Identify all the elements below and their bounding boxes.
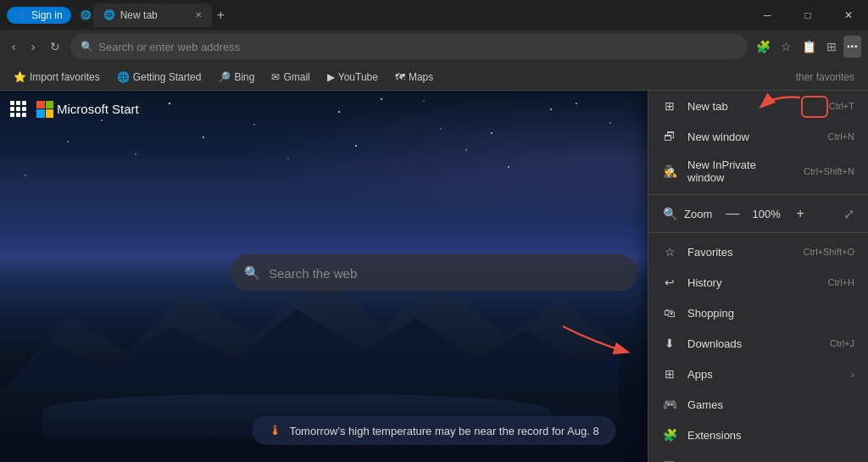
grid-dot (10, 113, 14, 117)
shopping-icon: 🛍 (662, 306, 677, 320)
url-box[interactable]: 🔍 Search or enter web address (70, 34, 747, 59)
zoom-icon: 🔍 (662, 207, 677, 220)
flag-green (46, 101, 54, 109)
tab-favicon: 🌐 (103, 9, 115, 20)
dropdown-menu: ⊞ New tab Ctrl+T 🗗 New window Ctrl+N 🕵 N… (648, 91, 868, 462)
menu-item-shopping[interactable]: 🛍 Shopping (648, 298, 868, 328)
menu-item-browser-essentials[interactable]: 🛡 Browser essentials (648, 450, 868, 462)
grid-dot (16, 107, 20, 111)
bookmark-getting-started[interactable]: 🌐 Getting Started (110, 69, 209, 86)
grid-dot (10, 101, 14, 105)
menu-divider-1 (648, 194, 868, 195)
maps-icon: 🗺 (395, 71, 405, 83)
back-button[interactable]: ‹ (7, 36, 21, 57)
ms-logo: Microsoft Start (36, 101, 139, 118)
games-icon: 🎮 (662, 398, 677, 411)
window-controls: ─ □ ✕ (748, 0, 868, 30)
thermometer-icon: 🌡 (269, 423, 282, 438)
menu-item-new-tab[interactable]: ⊞ New tab Ctrl+T (648, 91, 868, 121)
extensions-icon: 🧩 (662, 428, 677, 442)
svg-point-6 (491, 132, 492, 134)
menu-item-apps[interactable]: ⊞ Apps › (648, 359, 868, 389)
search-box: 🔍 Search the web (231, 254, 637, 292)
person-icon: 👤 (15, 9, 28, 21)
search-icon: 🔍 (244, 265, 260, 281)
menu-item-inprivate[interactable]: 🕵 New InPrivate window Ctrl+Shift+N (648, 152, 868, 191)
tab-new[interactable]: 🌐 New tab ✕ (93, 3, 212, 27)
zoom-expand-button[interactable]: ⤢ (843, 206, 854, 222)
more-options-button[interactable]: ··· (843, 36, 861, 58)
svg-point-17 (25, 175, 25, 175)
maximize-button[interactable]: □ (788, 0, 827, 30)
zoom-in-button[interactable]: + (790, 203, 810, 224)
flag-red (36, 101, 45, 109)
zoom-out-button[interactable]: — (722, 203, 743, 224)
sign-in-button[interactable]: 👤 Sign in (7, 7, 71, 24)
bookmark-maps[interactable]: 🗺 Maps (388, 69, 440, 86)
svg-point-10 (135, 153, 136, 155)
bookmark-youtube[interactable]: ▶ YouTube (320, 69, 385, 86)
svg-point-13 (355, 145, 357, 147)
extensions-button[interactable]: 🧩 (753, 36, 774, 57)
split-screen-button[interactable]: ⊞ (823, 36, 840, 57)
menu-item-downloads[interactable]: ⬇ Downloads Ctrl+J (648, 328, 868, 359)
flag-blue (36, 109, 45, 118)
grid-dot (22, 107, 26, 111)
svg-point-18 (381, 98, 382, 100)
apps-submenu-arrow: › (851, 368, 854, 381)
forward-button[interactable]: › (26, 36, 41, 57)
other-favorites-label: ther favorites (789, 71, 861, 83)
menu-item-new-window[interactable]: 🗗 New window Ctrl+N (648, 121, 868, 152)
collections-button[interactable]: 📋 (798, 36, 820, 57)
essentials-icon: 🛡 (662, 459, 677, 462)
svg-point-11 (203, 136, 204, 138)
menu-item-favorites[interactable]: ☆ Favorites Ctrl+Shift+O (648, 237, 868, 267)
close-window-button[interactable]: ✕ (829, 0, 868, 30)
youtube-icon: ▶ (327, 71, 335, 83)
flag-yellow (46, 109, 54, 118)
ms-flag-icon (36, 101, 53, 118)
refresh-button[interactable]: ↻ (45, 36, 65, 57)
svg-point-2 (169, 103, 170, 104)
weather-bar[interactable]: 🌡 Tomorrow's high temperature may be nea… (252, 416, 615, 445)
favorites-icon: ☆ (662, 245, 677, 259)
new-tab-button[interactable]: + (212, 8, 230, 23)
address-bar: ‹ › ↻ 🔍 Search or enter web address 🧩 ☆ … (0, 30, 868, 64)
svg-point-4 (338, 111, 340, 113)
bookmarks-bar: ⭐ Import favorites 🌐 Getting Started 🔎 B… (0, 64, 868, 91)
menu-item-history[interactable]: ↩ History Ctrl+H (648, 267, 868, 298)
downloads-icon: ⬇ (662, 337, 677, 350)
svg-point-15 (508, 166, 509, 168)
tab-bar: 🌐 🌐 New tab ✕ + (80, 3, 861, 27)
bookmark-import-favorites[interactable]: ⭐ Import favorites (7, 69, 107, 86)
menu-item-extensions[interactable]: 🧩 Extensions (648, 420, 868, 450)
svg-point-7 (550, 109, 552, 110)
grid-dot (16, 113, 20, 117)
svg-point-3 (253, 124, 254, 125)
favorites-button[interactable]: ☆ (777, 36, 795, 57)
svg-point-14 (440, 128, 442, 130)
grid-dot (22, 101, 26, 105)
new-tab-icon: ⊞ (662, 99, 677, 113)
zoom-value: 100% (749, 208, 783, 220)
getting-started-icon: 🌐 (117, 71, 130, 83)
address-bar-actions: 🧩 ☆ 📋 ⊞ ··· (753, 36, 861, 58)
apps-icon: ⊞ (662, 367, 677, 381)
svg-point-16 (576, 103, 577, 104)
search-input-container[interactable]: 🔍 Search the web (231, 254, 637, 292)
import-icon: ⭐ (14, 71, 26, 83)
gmail-icon: ✉ (271, 71, 280, 83)
zoom-row: 🔍 Zoom — 100% + ⤢ (648, 198, 868, 229)
browser-content: Microsoft Start ⚙ 🔍 Search the web 🌡 Tom… (0, 91, 868, 462)
svg-point-12 (287, 158, 288, 159)
menu-item-games[interactable]: 🎮 Games (648, 389, 868, 420)
minimize-button[interactable]: ─ (748, 0, 787, 30)
svg-point-9 (67, 141, 69, 142)
inprivate-icon: 🕵 (662, 164, 677, 178)
bookmark-bing[interactable]: 🔎 Bing (211, 69, 261, 86)
bing-icon: 🔎 (218, 71, 231, 83)
bookmark-gmail[interactable]: ✉ Gmail (264, 69, 316, 86)
tab-close-button[interactable]: ✕ (195, 10, 202, 19)
ms-grid-button[interactable] (7, 97, 30, 120)
new-window-icon: 🗗 (662, 130, 677, 143)
